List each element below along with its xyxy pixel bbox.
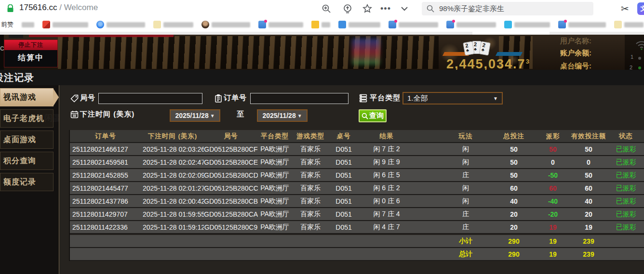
round-number-cell: GD05125B280CF <box>204 145 258 153</box>
page-title-bar: 投注记录 <box>0 70 644 85</box>
total-row: 总计29019239 <box>70 248 644 261</box>
sidebar-item-3[interactable]: 桌面游戏 <box>0 130 54 149</box>
column-header: 派彩 <box>536 132 570 141</box>
platform-cell: PA欧洲厅 <box>258 184 292 193</box>
order-number-cell: 251128021437786 <box>70 197 141 205</box>
send-to-device-icon[interactable] <box>342 3 353 14</box>
bookmark-item[interactable] <box>614 21 644 28</box>
table-header-row: 订单号下注时间 (美东)局号平台类型游戏类型桌号结果玩法总投注派彩有效投注额状态 <box>70 130 644 143</box>
sidebar-item-4[interactable]: 积分查询 <box>0 152 54 170</box>
column-header: 总投注 <box>492 132 536 141</box>
bookmark-label-blurred[interactable] <box>22 22 34 27</box>
bookmark-item[interactable] <box>338 21 380 28</box>
valid-bet-cell: 20 <box>570 210 607 218</box>
payout-cell: -50 <box>536 171 570 179</box>
game-type-cell: 百家乐 <box>292 171 329 180</box>
bookmark-item[interactable] <box>446 21 496 28</box>
bookmark-item[interactable] <box>258 21 303 28</box>
sidebar-item-1[interactable]: 视讯游戏 <box>0 88 54 106</box>
column-header: 有效投注额 <box>570 132 607 141</box>
table-number-cell: D051 <box>329 158 358 166</box>
bookmark-item[interactable] <box>96 21 145 28</box>
bet-records-table: 订单号下注时间 (美东)局号平台类型游戏类型桌号结果玩法总投注派彩有效投注额状态… <box>69 130 644 261</box>
total-bet-cell: 20 <box>492 223 536 231</box>
result-cell: 闲 0 庄 6 <box>358 197 415 206</box>
order-number-input[interactable] <box>250 93 349 104</box>
banner-left-edge <box>0 35 4 70</box>
bookmark-item[interactable] <box>558 21 606 28</box>
bookmark-label-blurred <box>163 22 193 27</box>
zoom-in-icon[interactable] <box>321 3 332 14</box>
ssl-lock-icon[interactable] <box>7 4 14 13</box>
round-number-cell: GD05125B280C9 <box>204 223 258 231</box>
chevron-down-icon[interactable] <box>399 3 410 14</box>
blue-square-favicon-icon <box>338 21 346 28</box>
play-type-cell: 庄 <box>439 223 492 232</box>
play-type-cell: 庄 <box>439 171 492 180</box>
sidebar-item-label: 桌面游戏 <box>3 135 36 145</box>
bookmark-leading-text[interactable]: 前赞 <box>1 20 13 29</box>
clipboard-icon <box>215 94 223 103</box>
bookmark-label-blurred <box>624 22 644 27</box>
bookmark-item[interactable] <box>311 21 330 28</box>
platform-cell: PA欧洲厅 <box>258 223 292 232</box>
folder-favicon-icon <box>311 21 319 28</box>
scissors-extension-icon[interactable]: ✂ <box>621 3 629 14</box>
dropdown-arrow-icon: ▼ <box>210 113 215 118</box>
total-bet-cell: 20 <box>492 210 536 218</box>
url-page: Welcome <box>64 3 98 12</box>
status-cell: 已派彩 <box>607 210 644 219</box>
game-type-cell: 百家乐 <box>292 210 329 219</box>
platform-cell: PA欧洲厅 <box>258 145 292 154</box>
query-search-icon <box>362 113 368 119</box>
bookmark-item[interactable] <box>201 21 250 28</box>
result-cell: 闲 7 庄 4 <box>358 210 415 219</box>
page-title: 投注记录 <box>0 71 34 84</box>
query-button[interactable]: 查询 <box>359 109 387 122</box>
payout-cell: -40 <box>536 197 570 205</box>
total-row-payout: 19 <box>536 250 570 258</box>
dropdown-arrow-icon: ▼ <box>493 96 498 101</box>
subtotal-row-label: 小计 <box>439 237 492 246</box>
round-number-input[interactable] <box>98 93 202 104</box>
banner-dark-tab <box>9 35 23 38</box>
platform-server-icon <box>359 94 367 102</box>
bet-time-cell: 2025-11-28 02:01:27 <box>141 184 204 192</box>
sidebar-item-label: 电子老虎机 <box>3 114 44 124</box>
total-row-label: 总计 <box>439 250 492 259</box>
bookmark-star-icon[interactable] <box>362 3 373 14</box>
date-from-picker[interactable]: 2025/11/28 ▼ <box>170 109 220 122</box>
browser-search-box[interactable] <box>422 2 593 15</box>
sidebar-item-5[interactable]: 额度记录 <box>0 173 54 191</box>
bookmark-item[interactable] <box>389 21 438 28</box>
bookmark-label-blurred <box>456 22 496 27</box>
translate-extension-icon[interactable]: 文 <box>637 2 644 15</box>
bookmark-label-blurred <box>349 22 380 27</box>
date-from-value: 2025/11/28 <box>175 112 208 119</box>
slot-machine-lights <box>352 39 380 65</box>
bookmark-item[interactable] <box>42 21 88 28</box>
sidebar-item-label: 额度记录 <box>3 177 36 187</box>
order-number-cell: 251128021459581 <box>70 158 141 166</box>
bookmark-item[interactable] <box>153 21 193 28</box>
total-row-valid: 239 <box>570 250 607 258</box>
more-options-icon[interactable]: ••• <box>380 3 391 14</box>
platform-cell: PA欧洲厅 <box>258 158 292 167</box>
platform-cell: PA欧洲厅 <box>258 171 292 180</box>
subtotal-row-payout: 19 <box>536 237 570 245</box>
cake-favicon-icon <box>389 21 396 28</box>
payout-cell: -20 <box>536 210 570 218</box>
settling-label: 结算中 <box>4 53 57 63</box>
url-text[interactable]: 175616.cc / Welcome <box>19 3 98 13</box>
status-cell: 已派彩 <box>607 223 644 232</box>
date-to-picker[interactable]: 2025/11/28 ▼ <box>257 109 308 122</box>
round-number-cell: GD05125B280CD <box>204 171 258 179</box>
round-number-cell: GD05125B280CE <box>204 158 258 166</box>
platform-type-select[interactable]: 1.全部 ▼ <box>402 92 503 104</box>
bookmark-label-blurred <box>322 22 330 27</box>
payout-cell: 50 <box>536 145 570 153</box>
bookmark-item[interactable] <box>504 21 550 28</box>
table-number-label: 桌台编号: <box>560 62 591 70</box>
stop-betting-label: 停止下注 <box>4 40 57 50</box>
search-input[interactable] <box>438 4 589 13</box>
